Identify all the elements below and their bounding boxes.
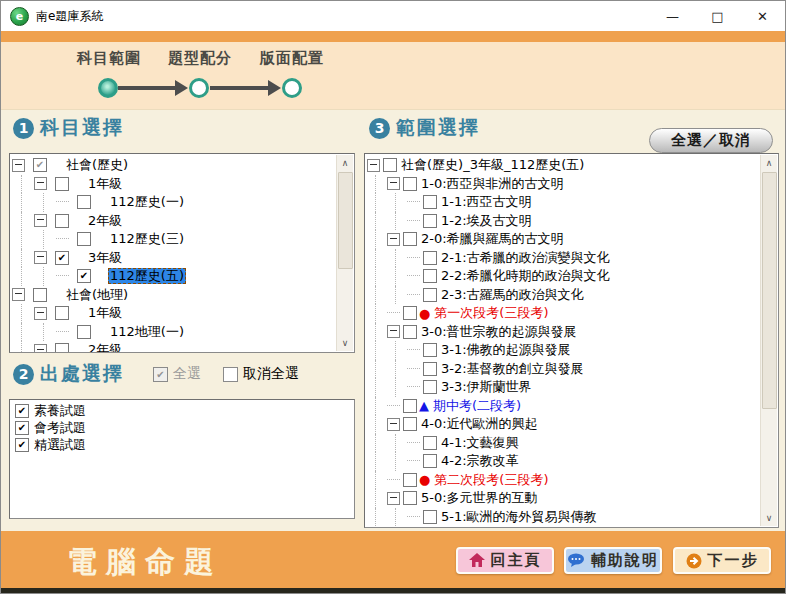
deselect-all-checkbox[interactable]: 取消全選: [223, 365, 299, 383]
tree-node[interactable]: 4-2:宗教改革: [367, 452, 760, 471]
collapse-toggle-icon[interactable]: [387, 418, 400, 431]
node-checkbox[interactable]: [403, 177, 417, 191]
node-checkbox[interactable]: [33, 288, 47, 302]
node-checkbox[interactable]: [33, 158, 47, 172]
node-checkbox[interactable]: [55, 214, 69, 228]
source-list-item[interactable]: 精選試題: [12, 436, 352, 453]
node-checkbox[interactable]: [55, 343, 69, 353]
collapse-toggle-icon[interactable]: [34, 177, 47, 190]
tree-node[interactable]: ●第一次段考(三段考): [367, 304, 760, 323]
node-checkbox[interactable]: [423, 362, 437, 376]
collapse-toggle-icon[interactable]: [12, 159, 25, 172]
node-checkbox[interactable]: [423, 454, 437, 468]
node-checkbox[interactable]: [423, 510, 437, 524]
tree-node[interactable]: 社會(地理): [12, 286, 336, 305]
tree-node[interactable]: 3-3:伊斯蘭世界: [367, 378, 760, 397]
node-checkbox[interactable]: [423, 269, 437, 283]
node-checkbox[interactable]: [383, 158, 397, 172]
scroll-up-icon[interactable]: ∧: [337, 155, 353, 171]
tree-node[interactable]: 社會(歷史)_3年級_112歷史(五): [367, 156, 760, 175]
collapse-toggle-icon[interactable]: [12, 288, 25, 301]
node-checkbox[interactable]: [403, 325, 417, 339]
node-checkbox[interactable]: [403, 399, 417, 413]
collapse-toggle-icon[interactable]: [34, 214, 47, 227]
source-list-item[interactable]: 素養試題: [12, 402, 352, 419]
tree-node[interactable]: 3-2:基督教的創立與發展: [367, 360, 760, 379]
scroll-thumb[interactable]: [338, 172, 353, 269]
minimize-button[interactable]: —: [650, 1, 695, 31]
close-button[interactable]: ✕: [740, 1, 785, 31]
tree-node[interactable]: 2年級: [12, 341, 336, 353]
tree-node[interactable]: 5-0:多元世界的互動: [367, 489, 760, 508]
tree-node[interactable]: 1年級: [12, 175, 336, 194]
tree-node[interactable]: 112地理(一): [12, 323, 336, 342]
node-checkbox[interactable]: [423, 251, 437, 265]
tree-node[interactable]: 2-3:古羅馬的政治與文化: [367, 286, 760, 305]
scroll-down-icon[interactable]: ∨: [337, 335, 353, 351]
collapse-toggle-icon[interactable]: [34, 344, 47, 353]
tree-node[interactable]: 2-0:希臘與羅馬的古文明: [367, 230, 760, 249]
tree-node[interactable]: 112歷史(一): [12, 193, 336, 212]
source-item-checkbox[interactable]: [15, 421, 29, 435]
collapse-toggle-icon[interactable]: [34, 307, 47, 320]
tree-node[interactable]: 2年級: [12, 212, 336, 231]
node-checkbox[interactable]: [77, 232, 91, 246]
node-checkbox[interactable]: [423, 288, 437, 302]
maximize-button[interactable]: □: [695, 1, 740, 31]
tree-guide: [367, 249, 387, 268]
tree-node[interactable]: 1-2:埃及古文明: [367, 212, 760, 231]
tree-node[interactable]: 112歷史(五): [12, 267, 336, 286]
select-all-checkbox[interactable]: 全選: [153, 365, 201, 383]
tree-node[interactable]: 112歷史(三): [12, 230, 336, 249]
toggle-all-button[interactable]: 全選／取消: [649, 128, 773, 153]
tree-node[interactable]: 2-2:希臘化時期的政治與文化: [367, 267, 760, 286]
node-checkbox[interactable]: [77, 269, 91, 283]
tree-node[interactable]: 3-0:普世宗教的起源與發展: [367, 323, 760, 342]
scroll-down-icon[interactable]: ∨: [761, 510, 777, 526]
collapse-toggle-icon[interactable]: [387, 492, 400, 505]
tree-node[interactable]: 1-1:西亞古文明: [367, 193, 760, 212]
collapse-toggle-icon[interactable]: [387, 233, 400, 246]
scroll-up-icon[interactable]: ∧: [761, 155, 777, 171]
tree-node[interactable]: ▲期中考(二段考): [367, 397, 760, 416]
collapse-toggle-icon[interactable]: [387, 325, 400, 338]
tree-node-label: 1年級: [86, 305, 124, 321]
tree-node[interactable]: 社會(歷史): [12, 156, 336, 175]
collapse-toggle-icon[interactable]: [34, 251, 47, 264]
node-checkbox[interactable]: [423, 380, 437, 394]
tree-node[interactable]: 3年級: [12, 249, 336, 268]
subject-tree-scrollbar[interactable]: ∧ ∨: [336, 155, 353, 351]
source-list-item[interactable]: 會考試題: [12, 419, 352, 436]
node-checkbox[interactable]: [55, 177, 69, 191]
node-checkbox[interactable]: [55, 306, 69, 320]
source-item-checkbox[interactable]: [15, 404, 29, 418]
help-button[interactable]: 輔助說明: [564, 547, 662, 574]
tree-node[interactable]: 4-0:近代歐洲的興起: [367, 415, 760, 434]
node-checkbox[interactable]: [77, 325, 91, 339]
scroll-thumb[interactable]: [762, 172, 777, 409]
source-item-checkbox[interactable]: [15, 438, 29, 452]
node-checkbox[interactable]: [423, 343, 437, 357]
node-checkbox[interactable]: [403, 306, 417, 320]
node-checkbox[interactable]: [403, 232, 417, 246]
range-tree-scrollbar[interactable]: ∧ ∨: [760, 155, 777, 526]
node-checkbox[interactable]: [423, 436, 437, 450]
tree-node[interactable]: ●第二次段考(三段考): [367, 471, 760, 490]
home-button[interactable]: 回主頁: [456, 547, 554, 574]
node-checkbox[interactable]: [403, 473, 417, 487]
node-checkbox[interactable]: [423, 195, 437, 209]
node-checkbox[interactable]: [77, 195, 91, 209]
node-checkbox[interactable]: [403, 491, 417, 505]
next-step-button[interactable]: 下一步: [673, 547, 771, 574]
tree-node[interactable]: 4-1:文藝復興: [367, 434, 760, 453]
tree-node[interactable]: 3-1:佛教的起源與發展: [367, 341, 760, 360]
node-checkbox[interactable]: [403, 417, 417, 431]
collapse-toggle-icon[interactable]: [387, 177, 400, 190]
tree-node[interactable]: 2-1:古希臘的政治演變與文化: [367, 249, 760, 268]
node-checkbox[interactable]: [423, 214, 437, 228]
node-checkbox[interactable]: [55, 251, 69, 265]
tree-node[interactable]: 5-1:歐洲的海外貿易與傳教: [367, 508, 760, 527]
collapse-toggle-icon[interactable]: [367, 159, 380, 172]
tree-node[interactable]: 1-0:西亞與非洲的古文明: [367, 175, 760, 194]
tree-node[interactable]: 1年級: [12, 304, 336, 323]
